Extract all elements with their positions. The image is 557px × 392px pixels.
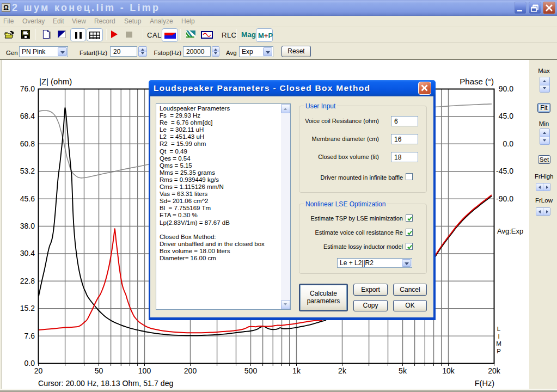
svg-text:0.0: 0.0: [503, 139, 514, 148]
svg-text:53.2: 53.2: [20, 167, 35, 175]
svg-text:38.0: 38.0: [20, 222, 35, 230]
svg-text:F(Hz): F(Hz): [475, 379, 494, 388]
svg-text:0.0: 0.0: [25, 359, 35, 367]
svg-text:-90.0: -90.0: [496, 194, 513, 203]
svg-text:20k: 20k: [488, 366, 501, 375]
svg-text:45.6: 45.6: [20, 194, 35, 203]
svg-text:76.0: 76.0: [20, 84, 35, 93]
svg-text:I: I: [498, 333, 499, 340]
svg-text:68.4: 68.4: [20, 112, 35, 120]
svg-text:M: M: [496, 340, 501, 347]
svg-text:L: L: [497, 326, 501, 332]
svg-text:60.8: 60.8: [20, 139, 35, 148]
svg-text:7.6: 7.6: [25, 332, 35, 340]
svg-text:100: 100: [138, 366, 151, 375]
svg-text:50: 50: [95, 366, 103, 375]
svg-text:10k: 10k: [442, 366, 455, 375]
svg-text:|Z| (ohm): |Z| (ohm): [39, 77, 72, 86]
svg-text:1k: 1k: [292, 366, 301, 375]
svg-text:15.2: 15.2: [20, 304, 35, 313]
svg-text:200: 200: [184, 366, 197, 375]
svg-text:Cursor: 20.00 Hz, 18.13 Ohm, 5: Cursor: 20.00 Hz, 18.13 Ohm, 51.7 deg: [38, 379, 173, 388]
svg-text:-45.0: -45.0: [496, 167, 513, 175]
svg-text:22.8: 22.8: [20, 277, 35, 285]
svg-text:5k: 5k: [399, 366, 407, 375]
svg-text:Phase (°): Phase (°): [460, 77, 494, 86]
svg-text:30.4: 30.4: [20, 249, 35, 258]
svg-text:500: 500: [244, 366, 258, 375]
svg-text:Avg:Exp: Avg:Exp: [497, 227, 523, 235]
svg-text:90.0: 90.0: [499, 84, 513, 93]
svg-text:P: P: [497, 348, 501, 354]
svg-text:20: 20: [34, 366, 43, 375]
svg-text:45.0: 45.0: [499, 112, 513, 120]
svg-text:2k: 2k: [338, 366, 347, 375]
